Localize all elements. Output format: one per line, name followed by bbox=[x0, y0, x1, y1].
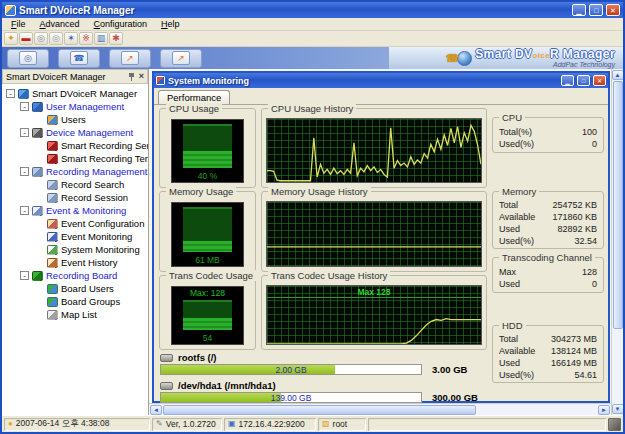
scroll-left-icon[interactable]: ◄ bbox=[150, 405, 162, 415]
event-monitoring-icon bbox=[47, 232, 58, 242]
tree-item-label: Record Search bbox=[61, 179, 124, 190]
stat-value: 0 bbox=[592, 279, 597, 289]
stat-group-memory: MemoryTotal254752 KBAvailable171860 KBUs… bbox=[492, 191, 604, 249]
tree-expand-icon[interactable]: - bbox=[20, 206, 29, 215]
child-restore-button[interactable]: □ bbox=[577, 75, 590, 86]
map-list-icon bbox=[47, 310, 58, 320]
menu-file[interactable]: File bbox=[4, 19, 33, 29]
device-management-icon bbox=[32, 128, 43, 138]
toolbar-large: ◎☎↗↗ ☎ Smart DVoiceR Manager AddPac Tech… bbox=[2, 47, 623, 69]
event-monitor-small-icon-glyph: ※ bbox=[82, 34, 90, 43]
disk-usage-area: rootfs (/)2.00 GB3.00 GB/dev/hda1 (/mnt/… bbox=[160, 352, 580, 408]
tree-item-smart-recording-terminal[interactable]: Smart Recording Terminal bbox=[2, 152, 148, 165]
recording-management-icon bbox=[32, 167, 43, 177]
system-monitoring-window: System Monitoring ▁ □ ✕ Performance CPU … bbox=[152, 71, 610, 403]
event-history-small-icon-glyph: ✱ bbox=[112, 34, 120, 43]
stat-value: 82892 KB bbox=[557, 224, 597, 234]
navigation-panel: Smart DVoiceR Manager × -Smart DVoiceR M… bbox=[2, 69, 149, 415]
tree-expand-icon[interactable]: - bbox=[20, 167, 29, 176]
horizontal-scrollbar[interactable]: ◄ ► bbox=[149, 403, 611, 415]
child-minimize-button[interactable]: ▁ bbox=[561, 75, 574, 86]
record-search-small-icon-glyph: ◎ bbox=[37, 34, 45, 43]
system-monitor-small-icon[interactable]: ▥ bbox=[94, 32, 108, 45]
tree-item-record-search[interactable]: Record Search bbox=[2, 178, 148, 191]
tree-expand-icon[interactable]: - bbox=[20, 128, 29, 137]
tree-item-board-users[interactable]: Board Users bbox=[2, 282, 148, 295]
vertical-scroll-thumb[interactable] bbox=[613, 81, 623, 329]
tree-item-label: Users bbox=[61, 114, 86, 125]
tree-item-smart-recording-server[interactable]: Smart Recording Server bbox=[2, 139, 148, 152]
event-config-small-icon[interactable]: ✶ bbox=[64, 32, 78, 45]
title-bar: Smart DVoiceR Manager ▁ □ ✕ bbox=[2, 2, 623, 18]
disk-used-label: 139.00 GB bbox=[161, 393, 421, 402]
system-monitoring-button[interactable]: ↗ bbox=[160, 49, 202, 68]
disk-icon bbox=[160, 354, 173, 362]
tree-item-users[interactable]: Users bbox=[2, 113, 148, 126]
menu-bar: FileAdvancedConfigurationHelp bbox=[2, 18, 623, 31]
stat-value: 171860 KB bbox=[552, 212, 597, 222]
stat-row: Total254752 KB bbox=[493, 200, 603, 210]
close-button[interactable]: ✕ bbox=[606, 4, 620, 16]
horizontal-scroll-thumb[interactable] bbox=[163, 405, 476, 415]
disk-name: /dev/hda1 (/mnt/hda1) bbox=[178, 380, 276, 391]
tree-item-recording-board[interactable]: -Recording Board bbox=[2, 269, 148, 282]
tree-item-label: Recording Management bbox=[46, 166, 147, 177]
menu-configuration[interactable]: Configuration bbox=[87, 19, 155, 29]
record-search-button[interactable]: ◎ bbox=[7, 49, 49, 68]
app-icon bbox=[5, 5, 16, 16]
version-status-panel: ✎Ver, 1.0.2720 bbox=[152, 418, 222, 431]
gauge-bar bbox=[183, 124, 232, 168]
child-close-button[interactable]: ✕ bbox=[593, 75, 606, 86]
menu-help[interactable]: Help bbox=[154, 19, 187, 29]
application-window: Smart DVoiceR Manager ▁ □ ✕ FileAdvanced… bbox=[0, 0, 625, 434]
tree-item-recording-management[interactable]: -Recording Management bbox=[2, 165, 148, 178]
record-session-button[interactable]: ☎ bbox=[58, 49, 100, 68]
event-history-small-icon[interactable]: ✱ bbox=[109, 32, 123, 45]
navigation-panel-header: Smart DVoiceR Manager × bbox=[2, 69, 148, 84]
tree-item-event-monitoring[interactable]: -Event & Monitoring bbox=[2, 204, 148, 217]
connect-icon[interactable]: ✦ bbox=[4, 32, 18, 45]
status-text: 172.16.4.22:9200 bbox=[239, 419, 305, 429]
record-search-small-icon[interactable]: ◎ bbox=[34, 32, 48, 45]
recording-board-icon bbox=[32, 271, 43, 281]
scroll-up-icon[interactable]: ▲ bbox=[612, 70, 624, 80]
tree-item-event-monitoring[interactable]: Event Monitoring bbox=[2, 230, 148, 243]
scroll-down-icon[interactable]: ▼ bbox=[612, 404, 624, 414]
stat-group-title: HDD bbox=[499, 320, 526, 331]
tree-item-user-management[interactable]: -User Management bbox=[2, 100, 148, 113]
tree-item-smart-dvoicer-manager[interactable]: -Smart DVoiceR Manager bbox=[2, 87, 148, 100]
record-session-small-icon[interactable]: ◎ bbox=[49, 32, 63, 45]
tree-item-event-history[interactable]: Event History bbox=[2, 256, 148, 269]
board-groups-icon bbox=[47, 297, 58, 307]
tree-item-board-groups[interactable]: Board Groups bbox=[2, 295, 148, 308]
tree-item-label: Event & Monitoring bbox=[46, 205, 126, 216]
panel-close-icon[interactable]: × bbox=[139, 72, 144, 81]
tree-expand-icon[interactable]: - bbox=[20, 271, 29, 280]
minimize-button[interactable]: ▁ bbox=[572, 4, 586, 16]
tree-item-map-list[interactable]: Map List bbox=[2, 308, 148, 321]
tree-item-system-monitoring[interactable]: System Monitoring bbox=[2, 243, 148, 256]
disconnect-icon[interactable]: ▬ bbox=[19, 32, 33, 45]
maximize-button[interactable]: □ bbox=[589, 4, 603, 16]
tree-item-device-management[interactable]: -Device Management bbox=[2, 126, 148, 139]
stat-label: Available bbox=[499, 212, 535, 222]
menu-advanced[interactable]: Advanced bbox=[33, 19, 87, 29]
tree-item-event-configuration[interactable]: Event Configuration bbox=[2, 217, 148, 230]
scroll-right-icon[interactable]: ► bbox=[598, 405, 610, 415]
connect-icon-glyph: ✦ bbox=[7, 34, 15, 43]
stat-group-title: Transcoding Channel bbox=[499, 252, 595, 263]
status-text: root bbox=[333, 419, 348, 429]
disk-total-label: 300.00 GB bbox=[432, 392, 478, 403]
vertical-scrollbar[interactable]: ▲ ▼ bbox=[611, 69, 623, 415]
event-monitor-small-icon[interactable]: ※ bbox=[79, 32, 93, 45]
tab-performance[interactable]: Performance bbox=[158, 90, 230, 104]
pin-icon[interactable] bbox=[128, 72, 135, 82]
app-globe-icon bbox=[18, 89, 29, 99]
tree-expand-icon[interactable]: - bbox=[20, 102, 29, 111]
tree-item-record-session[interactable]: Record Session bbox=[2, 191, 148, 204]
stat-label: Max bbox=[499, 267, 516, 277]
tree-expand-icon[interactable]: - bbox=[6, 89, 15, 98]
stat-value: 32.54 bbox=[574, 236, 597, 246]
child-title-bar: System Monitoring ▁ □ ✕ bbox=[154, 73, 608, 88]
event-configuration-button[interactable]: ↗ bbox=[109, 49, 151, 68]
